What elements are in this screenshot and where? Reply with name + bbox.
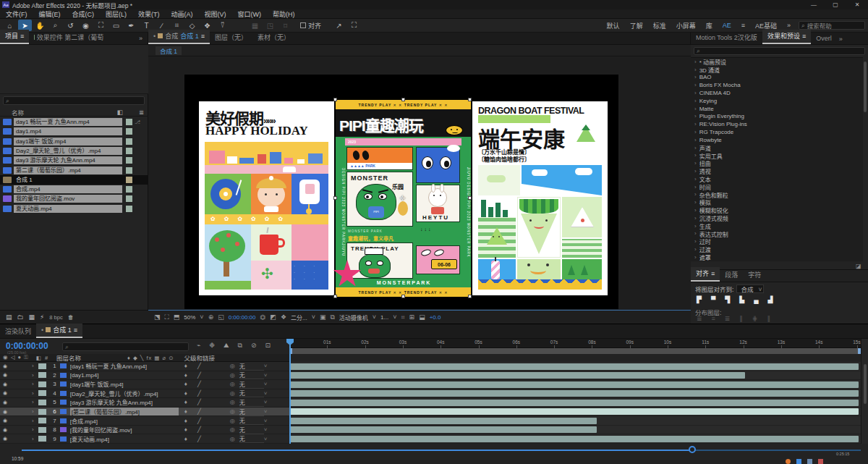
hand-tool[interactable]: ✋ (33, 20, 47, 31)
tab-paragraph[interactable]: 段落 (720, 269, 743, 282)
fx-switch-icon[interactable]: ╱ (197, 363, 201, 369)
project-item-row[interactable]: 合成.mp4 (0, 185, 148, 194)
effect-category-row[interactable]: ›生成 (691, 222, 863, 230)
selection-handle[interactable] (468, 196, 472, 200)
track-row[interactable] (289, 416, 861, 426)
label-color-swatch[interactable] (126, 195, 132, 202)
visibility-eye-icon[interactable]: ◉ (3, 363, 7, 369)
poster-pipi-trendy-play[interactable]: TRENDY PLAY ✕ ✕ TRENDY PLAY ✕ ✕ PIPI童趣潮玩… (336, 100, 471, 297)
timeline-columns-header[interactable]: ◉ ◁ ● ⚿ ◧ # 图层名称 ♦ ◆ ╲ fx ▦ ⌀ ⊙ 父级和链接 (0, 354, 289, 362)
roi-icon[interactable]: ⊕ (208, 313, 214, 321)
tab-more-chevron[interactable]: » (837, 34, 845, 44)
effect-category-row[interactable]: ›表达式控制 (691, 230, 863, 238)
layer-duration-bar[interactable] (290, 418, 597, 424)
track-row[interactable] (289, 389, 861, 399)
visibility-eye-icon[interactable]: ◉ (3, 372, 7, 378)
parent-pickwhip-icon[interactable]: ◎ (230, 390, 235, 397)
selection-handle[interactable] (468, 295, 472, 298)
visibility-eye-icon[interactable]: ◉ (3, 390, 7, 396)
effect-category-row[interactable]: ›Boris FX Mocha (691, 81, 863, 89)
effect-category-row[interactable]: ›* 动画预设 (691, 58, 863, 66)
layer-twirl-icon[interactable]: › (32, 372, 34, 379)
layer-color-swatch[interactable] (38, 381, 46, 387)
tab-effects-presets[interactable]: 效果和预设≡ (762, 30, 811, 44)
layer-color-swatch[interactable] (38, 418, 46, 423)
rotation-tool[interactable]: ↺ (64, 20, 77, 31)
effect-category-row[interactable]: ›文本 (691, 175, 863, 183)
tab-motion-tools[interactable]: Motion Tools 2汉化版 (691, 31, 762, 44)
project-item-row[interactable]: 第二课（葡萄乐园）.mp4 (0, 166, 148, 175)
parent-pickwhip-icon[interactable]: ◎ (230, 372, 235, 379)
quality-switch-icon[interactable]: ♦ (184, 363, 187, 369)
effect-category-row[interactable]: ›BAO (691, 74, 863, 82)
puppet-pin-tool[interactable]: ⍢ (216, 20, 229, 31)
menu-视图(V)[interactable]: 视图(V) (199, 9, 232, 19)
viewer-canvas[interactable]: 美好假期»»» HAPPY HOLIDAY (148, 56, 691, 310)
timeline-zoom-scrollbar[interactable] (22, 450, 694, 451)
workspace-了解[interactable]: 了解 (625, 21, 648, 30)
playhead-line[interactable] (289, 339, 291, 444)
channel-icon[interactable]: ❖ (281, 313, 286, 321)
zoom-level-dropdown[interactable]: 50% (184, 314, 195, 321)
panel-grip-icon[interactable]: ◪ (856, 263, 861, 269)
new-folder-icon[interactable]: 🗀 (17, 313, 24, 321)
poster-happy-holiday[interactable]: 美好假期»»» HAPPY HOLIDAY (199, 101, 334, 295)
menu-效果(T)[interactable]: 效果(T) (132, 9, 166, 19)
snapshot-icon[interactable]: ⏣ (260, 313, 266, 321)
tab-project[interactable]: 项目≡ (0, 30, 29, 44)
align-button-icon[interactable]: ▜ (725, 296, 730, 303)
layer-twirl-icon[interactable]: › (32, 363, 34, 369)
grid-guides-icon[interactable]: ⬒ (174, 313, 180, 321)
quality-switch-icon[interactable]: ♦ (184, 426, 187, 433)
twirl-icon[interactable]: › (694, 215, 697, 222)
poster-dragon-boat[interactable]: DRAGON BOAT FESTIVAL 端午安康 〔万水千山粽是情〕 〔糖馅肉… (472, 101, 608, 295)
visibility-eye-icon[interactable]: ◉ (3, 418, 7, 423)
track-row[interactable] (289, 408, 861, 417)
tab-render-queue[interactable]: 渲染队列 (0, 325, 36, 338)
menu-编辑(E)[interactable]: 编辑(E) (33, 9, 67, 19)
parent-pickwhip-icon[interactable]: ◎ (230, 363, 235, 369)
panel-menu-icon[interactable]: ≡ (711, 270, 715, 277)
effects-scrollbar[interactable] (864, 62, 867, 112)
layer-duration-bar[interactable] (290, 372, 745, 379)
twirl-icon[interactable]: › (694, 184, 697, 190)
layer-duration-bar[interactable] (290, 381, 859, 388)
fx-switch-icon[interactable]: ╱ (197, 372, 201, 379)
effect-category-row[interactable]: ›遮罩 (691, 253, 863, 261)
tab-layer[interactable]: 图层（无） (210, 31, 252, 44)
timeline-zoom-knob[interactable] (689, 446, 696, 453)
selection-handle[interactable] (333, 98, 337, 101)
parent-dropdown[interactable]: 无 (239, 398, 264, 407)
grid-icon[interactable]: ⊞ (409, 313, 415, 321)
resolution-dropdown[interactable]: 二分... (291, 313, 307, 321)
layer-color-swatch[interactable] (38, 400, 46, 405)
twirl-icon[interactable]: › (694, 191, 697, 198)
project-item-row[interactable]: 我的童年回忆阅盗.mov (0, 194, 148, 203)
project-item-row[interactable]: day1 畅玩一夏 九鱼Ann.mp4⎇ (0, 117, 148, 127)
track-row[interactable] (289, 362, 861, 371)
twirl-icon[interactable]: › (694, 199, 697, 206)
toolbar-extra-icon[interactable]: ⛶ (347, 20, 361, 31)
tab-more-chevron[interactable]: » (134, 33, 148, 44)
fast-previews-icon[interactable]: ▣ (320, 313, 326, 321)
effect-category-row[interactable]: ›Keying (691, 97, 863, 105)
label-color-swatch[interactable] (126, 157, 132, 164)
align-button-icon[interactable]: ▛ (697, 296, 702, 303)
panel-menu-icon[interactable]: ≡ (802, 33, 806, 40)
timeline-option-icon[interactable]: ⧉ (238, 342, 242, 350)
pan-behind-tool[interactable]: ⛶ (94, 20, 108, 31)
effect-category-row[interactable]: ›模拟 (691, 198, 863, 206)
fx-switch-icon[interactable]: ╱ (197, 436, 201, 442)
label-color-swatch[interactable] (126, 177, 132, 183)
label-color-swatch[interactable] (126, 148, 132, 154)
parent-pickwhip-icon[interactable]: ◎ (230, 418, 235, 424)
align-button-icon[interactable]: ▄ (754, 296, 758, 303)
workspace-库[interactable]: 库 (701, 21, 718, 30)
workspace-menu-icon[interactable]: ≡ (736, 22, 750, 29)
panel-menu-icon[interactable]: ≡ (74, 326, 77, 334)
effect-category-row[interactable]: ›沉浸式视频 (691, 214, 863, 222)
workspace-标准[interactable]: 标准 (648, 21, 671, 30)
anchor-point-icon[interactable]: ✛ (400, 195, 406, 202)
parent-pickwhip-icon[interactable]: ◎ (230, 381, 235, 387)
layer-duration-bar[interactable] (290, 426, 597, 433)
